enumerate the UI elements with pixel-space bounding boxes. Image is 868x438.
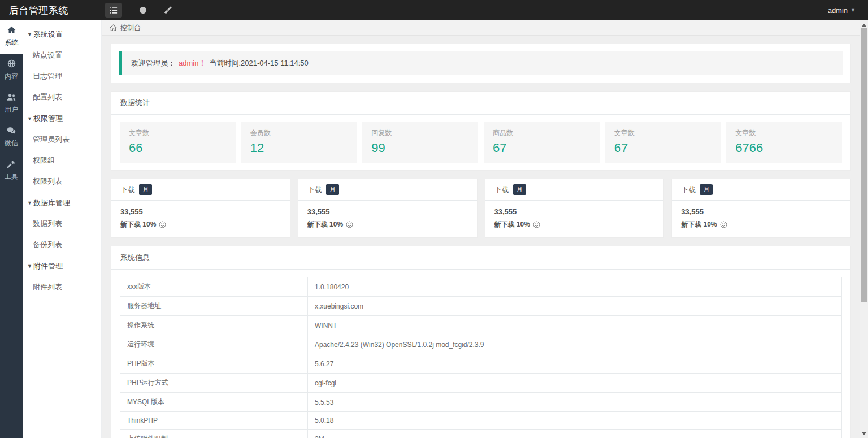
stat-label: 商品数 [493, 128, 591, 138]
table-row: PHP版本5.6.27 [120, 354, 842, 374]
secondary-sidebar: ▼ 系统设置 站点设置 日志管理 配置列表 ▼ 权限管理 管理员列表 权限组 权… [23, 20, 102, 438]
table-row: xxx版本1.0.180420 [120, 277, 842, 297]
users-icon [7, 93, 16, 103]
download-title: 下载 [494, 185, 509, 195]
download-card-header: 下载 月 [298, 179, 477, 201]
breadcrumb-label[interactable]: 控制台 [120, 23, 141, 33]
download-card-body: 33,555 新下载 10% [298, 201, 477, 237]
menu-group-label: 附件管理 [33, 261, 63, 271]
info-value: 5.6.27 [308, 354, 842, 374]
clear-cache-brush-icon[interactable] [164, 6, 172, 14]
menu-group-label: 数据库管理 [33, 198, 70, 208]
rail-item-system[interactable]: 系统 [0, 20, 23, 54]
download-value: 33,555 [494, 207, 655, 216]
stat-card-articles: 文章数 66 [120, 122, 236, 163]
download-title: 下载 [307, 185, 322, 195]
menu-group-database[interactable]: ▼ 数据库管理 [23, 192, 101, 214]
stats-panel: 数据统计 文章数 66 会员数 12 回复数 99 商品数 [111, 91, 851, 171]
user-menu[interactable]: admin ▼ [828, 6, 868, 15]
download-title: 下载 [681, 185, 696, 195]
system-info-panel: 系统信息 xxx版本1.0.180420 服务器地址x.xuebingsi.co… [111, 246, 851, 438]
home-outline-icon[interactable] [110, 24, 117, 31]
download-sub-text: 新下载 10% [307, 220, 343, 229]
download-value: 33,555 [681, 207, 841, 216]
welcome-admin-name: admin！ [179, 59, 206, 67]
table-row: MYSQL版本5.5.53 [120, 393, 842, 412]
stat-value: 12 [250, 141, 348, 155]
menu-group-label: 权限管理 [33, 114, 63, 124]
scroll-up-arrow[interactable] [860, 21, 868, 28]
month-badge: 月 [139, 184, 152, 195]
scrollbar-thumb[interactable] [861, 28, 867, 302]
stat-label: 会员数 [250, 128, 348, 138]
scroll-area: 欢迎管理员：admin！当前时间:2021-04-15 11:14:50 数据统… [102, 36, 868, 438]
info-key: ThinkPHP [120, 412, 308, 430]
gavel-tools-icon [7, 160, 15, 170]
menu-group-permission[interactable]: ▼ 权限管理 [23, 108, 101, 129]
wechat-comments-icon [7, 127, 16, 136]
smiley-icon [159, 221, 166, 228]
download-value: 33,555 [307, 207, 468, 216]
info-key: xxx版本 [120, 277, 308, 297]
rail-item-content[interactable]: 内容 [0, 54, 23, 88]
download-card: 下载 月 33,555 新下载 10% [111, 179, 290, 238]
welcome-panel: 欢迎管理员：admin！当前时间:2021-04-15 11:14:50 [111, 44, 851, 83]
table-row: 上传附件限制2M [120, 430, 842, 438]
download-card-header: 下载 月 [485, 179, 664, 201]
info-key: MYSQL版本 [120, 393, 308, 412]
stat-value: 67 [493, 141, 591, 155]
app-title: 后台管理系统 [0, 4, 102, 17]
sidebar-toggle-button[interactable] [105, 3, 122, 18]
info-key: 运行环境 [120, 335, 308, 354]
stat-card-members: 会员数 12 [241, 122, 357, 163]
info-value: 5.5.53 [308, 393, 842, 412]
stats-panel-title: 数据统计 [111, 92, 850, 115]
month-badge: 月 [513, 184, 526, 195]
menu-item-attachment-list[interactable]: 附件列表 [23, 277, 101, 298]
table-row: PHP运行方式cgi-fcgi [120, 374, 842, 393]
rail-item-wechat[interactable]: 微信 [0, 121, 23, 154]
refresh-globe-icon[interactable] [139, 6, 147, 14]
download-card-body: 33,555 新下载 10% [672, 201, 850, 237]
smiley-icon [533, 221, 540, 228]
download-card-header: 下载 月 [111, 179, 290, 201]
download-subline: 新下载 10% [307, 220, 468, 229]
menu-group-attachment[interactable]: ▼ 附件管理 [23, 255, 101, 277]
menu-item-site-settings[interactable]: 站点设置 [23, 45, 101, 66]
menu-item-permission-list[interactable]: 权限列表 [23, 171, 101, 192]
table-row: 服务器地址x.xuebingsi.com [120, 297, 842, 316]
caret-down-icon: ▼ [27, 32, 32, 37]
download-cards-row: 下载 月 33,555 新下载 10% [111, 179, 851, 238]
system-info-title: 系统信息 [111, 246, 850, 270]
menu-item-admin-list[interactable]: 管理员列表 [23, 129, 101, 150]
menu-group-system-settings[interactable]: ▼ 系统设置 [23, 24, 101, 45]
stat-card-articles-2: 文章数 67 [605, 122, 721, 163]
download-subline: 新下载 10% [681, 220, 841, 229]
info-key: 操作系统 [120, 316, 308, 335]
month-badge: 月 [326, 184, 339, 195]
menu-group-label: 系统设置 [33, 29, 63, 40]
download-subline: 新下载 10% [120, 220, 281, 229]
info-value: 2M [308, 430, 842, 438]
download-sub-text: 新下载 10% [120, 220, 156, 229]
rail-item-label: 工具 [5, 172, 18, 181]
download-card: 下载 月 33,555 新下载 10% [671, 179, 851, 238]
welcome-time: 当前时间:2021-04-15 11:14:50 [209, 59, 308, 67]
info-value: 5.0.18 [308, 412, 842, 430]
rail-item-users[interactable]: 用户 [0, 88, 23, 121]
table-row: ThinkPHP5.0.18 [120, 412, 842, 430]
stat-label: 文章数 [129, 128, 227, 138]
rail-item-tools[interactable]: 工具 [0, 154, 23, 188]
download-card: 下载 月 33,555 新下载 10% [485, 179, 665, 238]
menu-item-log-management[interactable]: 日志管理 [23, 66, 101, 87]
caret-down-icon: ▼ [27, 263, 32, 269]
menu-item-config-list[interactable]: 配置列表 [23, 87, 101, 108]
scroll-down-arrow[interactable] [860, 430, 868, 437]
menu-item-data-list[interactable]: 数据列表 [23, 214, 101, 235]
menu-item-backup-list[interactable]: 备份列表 [23, 235, 101, 255]
vertical-scrollbar[interactable] [860, 20, 868, 438]
smiley-icon [346, 221, 353, 228]
stat-value: 66 [129, 141, 227, 155]
menu-item-permission-group[interactable]: 权限组 [23, 150, 101, 171]
main-content: 控制台 欢迎管理员：admin！当前时间:2021-04-15 11:14:50… [102, 20, 868, 438]
